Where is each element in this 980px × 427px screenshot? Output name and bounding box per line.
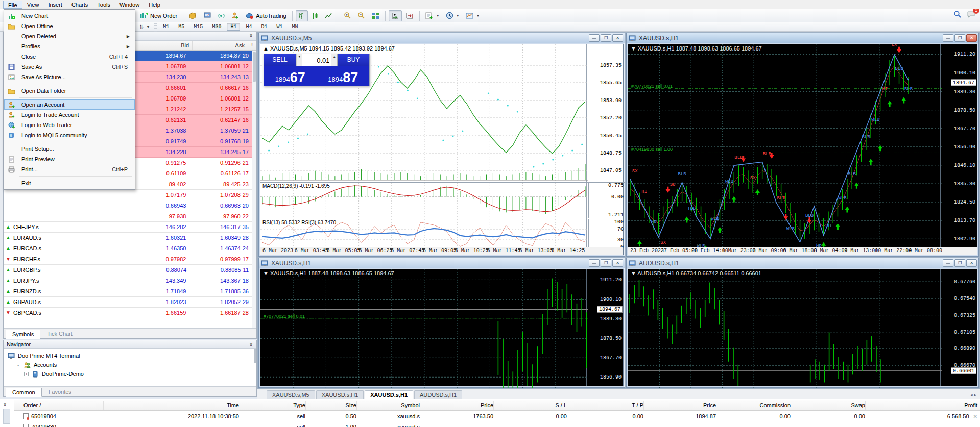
symbols-sort-icon[interactable]: ⇅▼ <box>137 23 152 31</box>
indicators-button[interactable]: ▼ <box>423 10 442 21</box>
data-window-icon[interactable] <box>186 10 200 21</box>
file-menu-item-exit[interactable]: Exit <box>4 178 135 188</box>
minimize-button[interactable]: — <box>943 34 953 42</box>
chart-window-titlebar[interactable]: XAUUSD.s,H1—❐✕ <box>259 258 625 268</box>
chat-notification-icon[interactable]: 1 <box>967 11 976 19</box>
timeframe-d1[interactable]: D1 <box>257 23 271 31</box>
chart-canvas[interactable]: 1911.201900.101889.301878.501867.701856.… <box>628 44 977 255</box>
menubar-item-window[interactable]: Window <box>115 1 144 9</box>
menubar-item-file[interactable]: File <box>3 1 22 9</box>
market-watch-close-icon[interactable]: x <box>250 33 252 38</box>
new-order-button[interactable]: New Order <box>137 10 180 21</box>
restore-button[interactable]: ❐ <box>954 259 965 267</box>
terminal-close-icon[interactable]: x <box>4 401 6 407</box>
menubar-item-view[interactable]: View <box>22 1 44 9</box>
close-button[interactable]: ✕ <box>966 259 977 267</box>
minimize-button[interactable]: — <box>589 34 600 42</box>
market-watch-row[interactable]: ▲EURJPY.s143.349143.36718 <box>4 275 252 286</box>
minimize-button[interactable]: — <box>943 259 953 267</box>
timeframe-h4[interactable]: H4 <box>242 23 255 31</box>
restore-button[interactable]: ❐ <box>954 34 965 42</box>
navigator-tab-common[interactable]: Common <box>6 388 42 397</box>
price-scale[interactable]: 1911.201900.101889.301878.501867.701856.… <box>586 269 623 386</box>
navigator-close-icon[interactable]: x <box>250 341 252 349</box>
terminal-window-icon[interactable] <box>201 10 214 21</box>
close-button[interactable]: ✕ <box>612 34 623 42</box>
market-watch-row[interactable]: 0.669430.6696320 <box>4 200 252 211</box>
menubar-item-help[interactable]: Help <box>144 1 165 9</box>
templates-button[interactable]: ▼ <box>463 10 483 21</box>
volume-input[interactable] <box>302 54 331 66</box>
timeframe-w1[interactable]: W1 <box>273 23 286 31</box>
market-watch-row[interactable]: ▲GBPAUD.s1.820231.8205229 <box>4 297 252 308</box>
timeframe-m1[interactable]: M1 <box>159 23 173 31</box>
chart-shift-icon[interactable] <box>403 10 416 21</box>
timeframe-m5[interactable]: M5 <box>175 23 188 31</box>
orders-header-swap[interactable]: Swap <box>794 400 865 410</box>
orders-header-commission[interactable]: Commission <box>719 400 791 410</box>
chart-canvas[interactable]: 0.677600.675400.673250.671050.668900.666… <box>628 269 977 386</box>
orders-header-order[interactable]: Order / <box>23 400 41 410</box>
chart-window-0[interactable]: XAUUSD.s,M5—❐✕1857.351855.651853.901852.… <box>258 33 625 257</box>
close-position-icon[interactable]: ✕ <box>973 414 977 419</box>
market-watch-row[interactable]: ▲EURNZD.s1.718491.7188536 <box>4 286 252 297</box>
chart-tab-0[interactable]: XAUUSD.s,M5 <box>267 390 315 399</box>
navigator-tab-favorites[interactable]: Favorites <box>42 387 78 396</box>
timeframe-m30[interactable]: M30 <box>208 23 225 31</box>
close-button[interactable]: ✕ <box>612 259 623 267</box>
auto-scroll-icon[interactable] <box>389 10 402 21</box>
file-menu-item-open-offline[interactable]: Open Offline <box>4 21 135 31</box>
navigator-item-accounts[interactable]: -Accounts <box>8 360 256 369</box>
market-watch-header-bid[interactable]: Bid <box>133 41 193 50</box>
periods-button[interactable]: ▼ <box>443 10 462 21</box>
signals-icon[interactable] <box>215 10 228 21</box>
market-watch-row[interactable]: ▼GBPCAD.s1.661591.6618728 <box>4 308 252 318</box>
orders-header-tp[interactable]: T / P <box>570 400 643 410</box>
buy-button[interactable]: BUY <box>338 54 369 66</box>
tile-windows-icon[interactable] <box>369 10 382 21</box>
file-menu-item-open-data-folder[interactable]: Open Data Folder <box>4 86 135 96</box>
chart-window-titlebar[interactable]: XAUUSD.s,M5—❐✕ <box>259 33 625 43</box>
navigator-item-doo-prime-mt4-terminal[interactable]: Doo Prime MT4 Terminal <box>8 351 256 360</box>
order-row[interactable]: 650198042022.11.18 10:38:50sell0.50xauus… <box>14 412 980 422</box>
orders-header-symbol[interactable]: Symbol <box>360 400 420 410</box>
orders-header-type[interactable]: Type <box>240 400 305 410</box>
chart-window-titlebar[interactable]: AUDUSD.s,H1—❐✕ <box>627 258 978 268</box>
candlestick-type-icon[interactable] <box>309 10 321 21</box>
market-watch-row[interactable]: ▼EURCHF.s0.979820.9799917 <box>4 254 252 265</box>
chart-window-2[interactable]: XAUUSD.s,H1—❐✕1911.201900.101889.301878.… <box>258 258 625 388</box>
tree-expander-icon[interactable]: + <box>24 372 29 376</box>
orders-header-price[interactable]: Price <box>647 400 716 410</box>
autotrading-button[interactable]: AutoTrading <box>243 10 289 21</box>
tree-expander-icon[interactable]: - <box>16 363 20 367</box>
orders-header-profit[interactable]: Profit <box>868 400 977 410</box>
file-menu-item-login-to-trade-account[interactable]: Login to Trade Account <box>4 110 135 120</box>
restore-button[interactable]: ❐ <box>601 34 611 42</box>
file-menu-item-login-to-web-trader[interactable]: Login to Web Trader <box>4 120 135 130</box>
market-watch-row[interactable]: 1.071791.0720829 <box>4 190 252 200</box>
navigator-item-dooprime-demo[interactable]: +DooPrime-Demo <box>8 369 256 379</box>
chart-canvas[interactable]: 1911.201900.101889.301878.501867.701856.… <box>260 269 624 386</box>
chart-canvas[interactable]: 1857.351855.651853.901852.201850.451848.… <box>260 44 624 255</box>
chart-window-1[interactable]: XAUUSD.s,H1—❐✕1911.201900.101889.301878.… <box>626 33 979 257</box>
market-watch-row[interactable]: ▲EURAUD.s1.603211.6034928 <box>4 233 252 243</box>
market-watch-tab-symbols[interactable]: Symbols <box>6 330 40 339</box>
chart-tab-3[interactable]: AUDUSD.s,H1 <box>414 390 462 399</box>
market-watch-row[interactable]: ▲EURGBP.s0.880740.8808511 <box>4 265 252 275</box>
timeframe-h1[interactable]: H1 <box>227 23 240 31</box>
file-menu-item-login-to-mql5-community[interactable]: 5Login to MQL5.community <box>4 130 135 140</box>
file-menu-item-save-as-picture-[interactable]: Save As Picture... <box>4 72 135 82</box>
minimize-button[interactable]: — <box>589 259 600 267</box>
volume-stepper-up[interactable]: ▲ <box>331 54 337 66</box>
search-icon[interactable] <box>953 10 962 19</box>
timeframe-mn[interactable]: MN <box>288 23 301 31</box>
order-row[interactable]: 70419830sell1.00xauusd.s <box>14 422 980 427</box>
price-scale[interactable]: 0.677600.675400.673250.671050.668900.666… <box>940 269 977 386</box>
market-watch-header-[interactable]: ! <box>248 41 256 50</box>
file-menu-item-save-as[interactable]: Save AsCtrl+S <box>4 62 135 72</box>
timeframe-m15[interactable]: M15 <box>190 23 206 31</box>
file-menu-item-new-chart[interactable]: New Chart <box>4 11 135 21</box>
market-watch-header-ask[interactable]: Ask <box>193 41 248 50</box>
chart-tab-2[interactable]: XAUUSD.s,H1 <box>365 390 413 399</box>
orders-header-price[interactable]: Price <box>423 400 493 410</box>
